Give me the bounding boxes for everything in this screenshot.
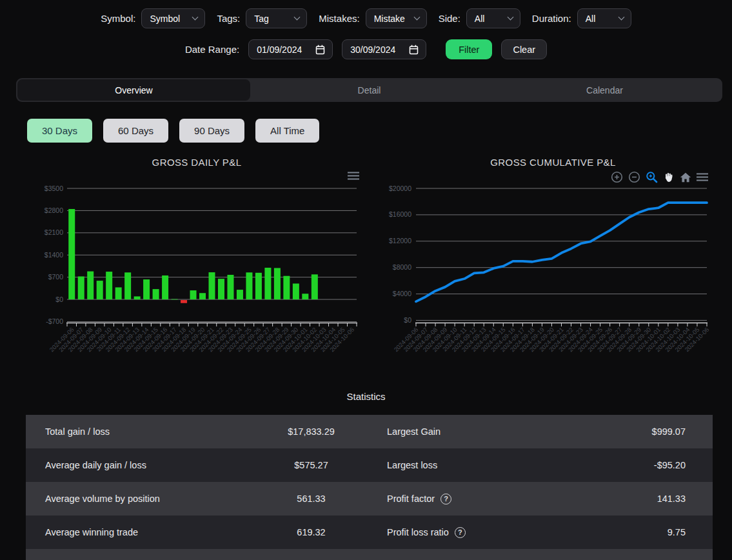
help-icon[interactable]: ?	[455, 527, 466, 538]
svg-text:$16000: $16000	[389, 210, 411, 218]
stat-value: 619.32	[226, 515, 397, 549]
chevron-down-icon	[618, 14, 624, 21]
filter-bar: Symbol: Symbol Tags: Tag Mistakes: Mista…	[0, 8, 732, 28]
tab-calendar[interactable]: Calendar	[488, 79, 721, 101]
chevron-down-icon	[294, 14, 301, 21]
mistakes-select[interactable]: Mistake	[366, 8, 427, 28]
date-range-bar: Date Range: 01/09/2024 30/09/2024 Filter…	[0, 39, 732, 59]
chevron-down-icon	[507, 14, 513, 21]
chevron-down-icon	[192, 14, 199, 21]
time-range-buttons: 30 Days 60 Days 90 Days All Time	[27, 119, 319, 143]
gross-daily-pnl-chart: GROSS DAILY P&L $3500$2800$2100$1400$700…	[26, 155, 368, 363]
svg-text:$12000: $12000	[389, 237, 411, 245]
date-to-value: 30/09/2024	[350, 45, 395, 55]
date-range-label: Date Range:	[185, 44, 239, 55]
duration-select-value: All	[586, 14, 596, 24]
duration-filter-group: Duration: All	[532, 8, 631, 28]
table-row	[26, 549, 713, 560]
svg-text:$4000: $4000	[393, 290, 411, 297]
range-90-days-button[interactable]: 90 Days	[179, 119, 244, 143]
table-row: Average daily gain / loss $575.27 Larges…	[26, 448, 713, 482]
range-all-time-button[interactable]: All Time	[255, 119, 319, 143]
tags-select-value: Tag	[254, 14, 269, 24]
daily-pnl-plot[interactable]: $3500$2800$2100$1400$700$0-$7002024-09-0…	[26, 155, 368, 363]
stat-label: Total gain / loss	[45, 415, 110, 448]
clear-button[interactable]: Clear	[501, 39, 547, 59]
statistics-table: Total gain / loss $17,833.29 Largest Gai…	[26, 415, 713, 560]
filter-button[interactable]: Filter	[446, 39, 492, 59]
duration-select[interactable]: All	[577, 8, 631, 28]
calendar-icon	[315, 45, 325, 55]
symbol-filter-group: Symbol: Symbol	[101, 8, 205, 28]
svg-text:$20000: $20000	[389, 185, 411, 192]
mistakes-filter-group: Mistakes: Mistake	[319, 8, 426, 28]
svg-text:-$700: -$700	[46, 317, 63, 325]
tab-overview[interactable]: Overview	[17, 79, 250, 101]
symbol-select-value: Symbol	[150, 14, 180, 24]
svg-text:$8000: $8000	[393, 263, 411, 271]
svg-text:$0: $0	[55, 295, 63, 303]
svg-text:$2100: $2100	[45, 228, 63, 236]
stat-label-text: Profit factor	[387, 494, 435, 504]
stat-value: 9.75	[668, 515, 686, 549]
stat-value: $999.07	[652, 415, 686, 448]
svg-text:$2800: $2800	[45, 206, 63, 214]
mistakes-select-value: Mistake	[374, 14, 405, 24]
side-filter-group: Side: All	[439, 8, 520, 28]
date-from-value: 01/09/2024	[257, 45, 302, 55]
svg-text:$700: $700	[48, 273, 64, 281]
symbol-label: Symbol:	[101, 13, 135, 24]
cumulative-pnl-plot[interactable]: $20000$16000$12000$8000$4000$02024-09-06…	[374, 155, 732, 363]
calendar-icon	[409, 45, 419, 55]
duration-label: Duration:	[532, 13, 571, 24]
side-select-value: All	[475, 14, 485, 24]
view-tabs: Overview Detail Calendar	[16, 78, 722, 102]
stat-label: Average volume by position	[45, 482, 160, 515]
tags-filter-group: Tags: Tag	[217, 8, 307, 28]
help-icon[interactable]: ?	[440, 494, 451, 505]
table-row: Total gain / loss $17,833.29 Largest Gai…	[26, 415, 713, 448]
tags-select[interactable]: Tag	[246, 8, 307, 28]
stat-value: $575.27	[226, 448, 397, 482]
tab-detail[interactable]: Detail	[253, 79, 486, 101]
stat-label: Largest loss	[387, 448, 437, 482]
stat-value: 561.33	[226, 482, 397, 515]
stat-label: Average winning trade	[45, 515, 138, 549]
table-row: Average volume by position 561.33 Profit…	[26, 482, 713, 515]
stat-label-text: Profit loss ratio	[387, 527, 449, 537]
stat-label: Largest Gain	[387, 415, 440, 448]
stat-label: Average daily gain / loss	[45, 448, 146, 482]
gross-cumulative-pnl-chart: GROSS CUMULATIVE P&L $20000$16000$12000$…	[374, 155, 732, 363]
statistics-title: Statistics	[0, 391, 732, 402]
table-row: Average winning trade 619.32 Profit loss…	[26, 515, 713, 549]
svg-text:$3500: $3500	[45, 185, 63, 192]
chevron-down-icon	[413, 14, 420, 21]
svg-text:$0: $0	[404, 316, 411, 324]
date-from-input[interactable]: 01/09/2024	[248, 39, 333, 59]
svg-text:$1400: $1400	[45, 251, 63, 259]
range-30-days-button[interactable]: 30 Days	[27, 119, 92, 143]
symbol-select[interactable]: Symbol	[141, 8, 205, 28]
date-to-input[interactable]: 30/09/2024	[342, 39, 426, 59]
range-60-days-button[interactable]: 60 Days	[103, 119, 168, 143]
stat-value: 141.33	[657, 482, 686, 515]
mistakes-label: Mistakes:	[319, 13, 359, 24]
side-label: Side:	[439, 13, 460, 24]
stat-value: -$95.20	[654, 448, 686, 482]
tags-label: Tags:	[217, 13, 240, 24]
stat-label: Profit factor ?	[387, 482, 451, 515]
stat-value: $17,833.29	[226, 415, 397, 448]
side-select[interactable]: All	[466, 8, 520, 28]
stat-label: Profit loss ratio ?	[387, 515, 466, 549]
